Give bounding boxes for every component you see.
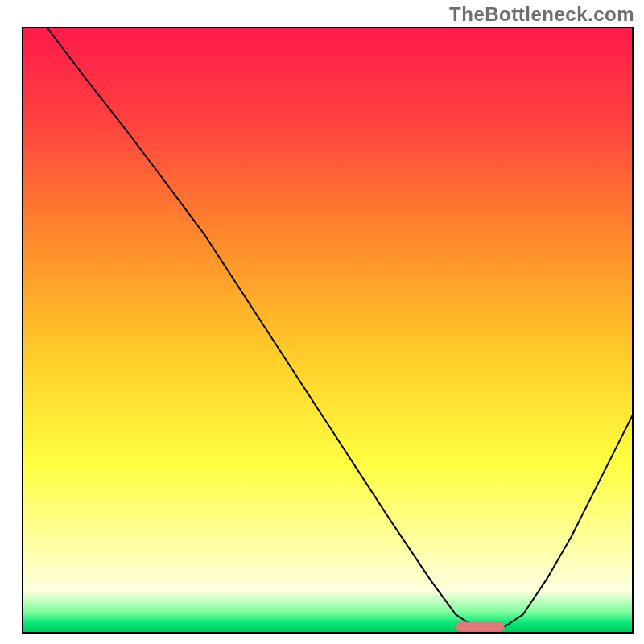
chart-container: TheBottleneck.com [0, 0, 644, 644]
optimal-zone-marker [456, 621, 505, 631]
watermark-text: TheBottleneck.com [449, 3, 634, 26]
bottleneck-chart [0, 0, 644, 644]
plot-background [23, 27, 633, 633]
